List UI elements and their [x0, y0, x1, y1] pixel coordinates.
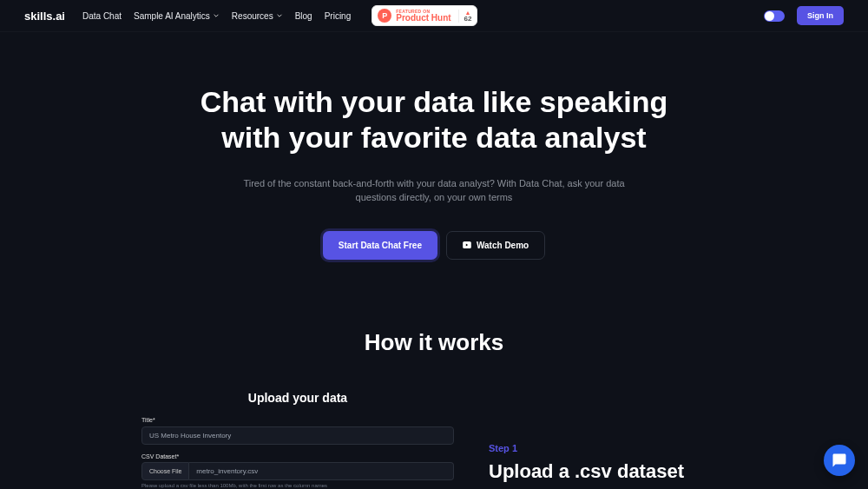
hero-buttons: Start Data Chat Free Watch Demo: [17, 231, 851, 260]
step-label: Step 1: [489, 443, 844, 453]
product-hunt-text: FEATURED ON Product Hunt: [396, 10, 450, 23]
ph-count: 62: [464, 16, 472, 23]
nav-resources-label: Resources: [232, 11, 273, 21]
nav: Data Chat Sample AI Analytics Resources …: [82, 5, 478, 26]
title-group: Title*: [141, 417, 454, 445]
step-title: Upload a .csv dataset: [489, 460, 844, 483]
ph-votes: ▲ 62: [458, 10, 472, 23]
how-content: Upload your data Title* CSV Dataset* Cho…: [0, 391, 868, 489]
title-input[interactable]: [141, 426, 454, 445]
choose-file-button[interactable]: Choose File: [141, 462, 189, 480]
upload-card: Upload your data Title* CSV Dataset* Cho…: [141, 391, 454, 489]
nav-sample-label: Sample AI Analytics: [134, 11, 210, 21]
chevron-down-icon: [276, 12, 283, 19]
header-right: Sign In: [764, 6, 844, 25]
chevron-down-icon: [213, 12, 220, 19]
logo[interactable]: skills.ai: [24, 10, 65, 23]
hero: Chat with your data like speaking with y…: [0, 32, 868, 294]
watch-demo-button[interactable]: Watch Demo: [446, 231, 545, 260]
signin-button[interactable]: Sign In: [797, 6, 844, 25]
csv-group: CSV Dataset* Choose File metro_inventory…: [141, 453, 454, 488]
watch-demo-label: Watch Demo: [477, 241, 529, 250]
start-free-button[interactable]: Start Data Chat Free: [323, 231, 437, 260]
toggle-knob: [765, 11, 774, 21]
nav-data-chat[interactable]: Data Chat: [82, 11, 122, 21]
step-info: Step 1 Upload a .csv dataset: [489, 391, 844, 489]
chat-bubble-button[interactable]: [824, 445, 855, 476]
header: skills.ai Data Chat Sample AI Analytics …: [0, 0, 868, 32]
hero-title: Chat with your data like speaking with y…: [174, 84, 694, 155]
theme-toggle[interactable]: [764, 10, 785, 22]
how-it-works: How it works Upload your data Title* CSV…: [0, 294, 868, 489]
title-label: Title*: [141, 417, 454, 423]
csv-label: CSV Dataset*: [141, 453, 454, 459]
product-hunt-badge[interactable]: P FEATURED ON Product Hunt ▲ 62: [372, 5, 477, 26]
nav-resources[interactable]: Resources: [232, 11, 283, 21]
file-row: Choose File metro_inventory.csv: [141, 462, 454, 480]
ph-name: Product Hunt: [396, 14, 450, 23]
play-icon: [463, 241, 471, 248]
how-title: How it works: [0, 329, 868, 356]
nav-pricing[interactable]: Pricing: [325, 11, 352, 21]
nav-blog[interactable]: Blog: [295, 11, 312, 21]
chat-icon: [832, 453, 847, 468]
product-hunt-icon: P: [378, 9, 391, 23]
file-name: metro_inventory.csv: [189, 462, 454, 480]
nav-sample-analytics[interactable]: Sample AI Analytics: [134, 11, 220, 21]
upload-heading: Upload your data: [141, 391, 454, 405]
hero-subtitle: Tired of the constant back-and-forth wit…: [243, 176, 625, 205]
csv-hint: Please upload a csv file less than 100Mb…: [141, 483, 454, 488]
